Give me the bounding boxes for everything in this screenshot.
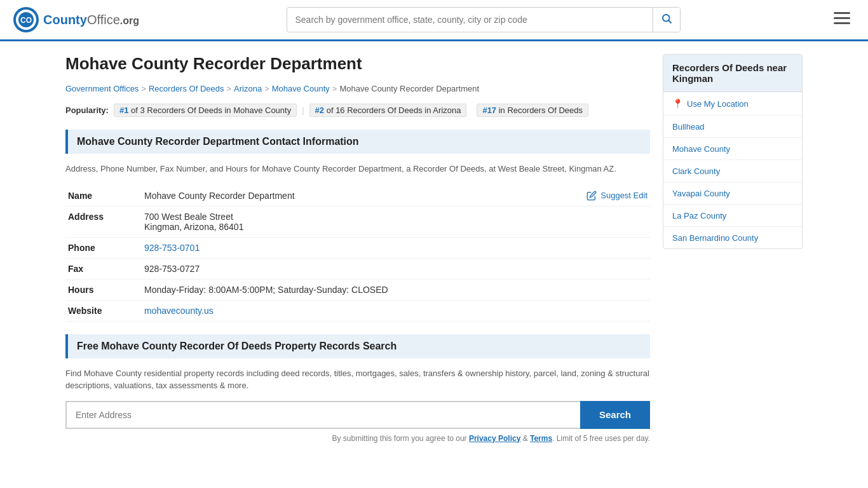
sidebar: Recorders Of Deeds near Kingman 📍 Use My…: [663, 54, 803, 443]
svg-rect-8: [834, 22, 850, 24]
website-label: Website: [65, 300, 142, 321]
breadcrumb-current: Mohave County Recorder Department: [339, 84, 479, 93]
sidebar-link-clark-county[interactable]: Clark County: [672, 166, 720, 176]
contact-description: Address, Phone Number, Fax Number, and H…: [65, 163, 650, 175]
property-search-header: Free Mohave County Recorder Of Deeds Pro…: [65, 334, 650, 358]
header-search-input[interactable]: [287, 10, 653, 30]
svg-text:CO: CO: [20, 16, 32, 25]
contact-section: Mohave County Recorder Department Contac…: [65, 130, 650, 322]
sidebar-link-bullhead[interactable]: Bullhead: [672, 122, 705, 132]
list-item: Bullhead: [663, 116, 802, 138]
breadcrumb-sep-3: >: [264, 84, 269, 93]
svg-rect-7: [834, 17, 850, 19]
fax-label: Fax: [65, 258, 142, 279]
logo-icon: CO: [13, 6, 39, 33]
hours-label: Hours: [65, 279, 142, 300]
property-search-description: Find Mohave County residential property …: [65, 367, 650, 392]
address-label: Address: [65, 206, 142, 237]
pop-rank-1: #1 of 3 Recorders Of Deeds in Mohave Cou…: [114, 104, 297, 117]
list-item: Yavapai County: [663, 182, 802, 205]
pop-rank-2: #2 of 16 Recorders Of Deeds in Arizona: [309, 104, 467, 117]
address-value: 700 West Beale Street Kingman, Arizona, …: [142, 206, 650, 237]
suggest-edit-link[interactable]: Suggest Edit: [587, 191, 648, 201]
terms-link[interactable]: Terms: [530, 434, 552, 443]
table-row: Address 700 West Beale Street Kingman, A…: [65, 206, 650, 237]
svg-line-5: [669, 20, 672, 23]
logo-text: CountyOffice.org: [43, 13, 139, 27]
list-item: La Paz County: [663, 205, 802, 227]
property-address-input[interactable]: [65, 401, 580, 429]
table-row: Website mohavecounty.us: [65, 300, 650, 321]
sidebar-use-location[interactable]: 📍 Use My Location: [663, 92, 802, 116]
contact-info-table: Name Mohave County Recorder Department S…: [65, 186, 650, 322]
fax-value: 928-753-0727: [142, 258, 650, 279]
svg-rect-6: [834, 12, 850, 14]
property-search-disclaimer: By submitting this form you agree to our…: [65, 434, 650, 443]
contact-section-header: Mohave County Recorder Department Contac…: [65, 130, 650, 154]
popularity-section: Popularity: #1 of 3 Recorders Of Deeds i…: [65, 104, 650, 117]
privacy-policy-link[interactable]: Privacy Policy: [469, 434, 520, 443]
property-search-section: Free Mohave County Recorder Of Deeds Pro…: [65, 334, 650, 443]
list-item: Clark County: [663, 160, 802, 182]
table-row: Fax 928-753-0727: [65, 258, 650, 279]
sidebar-title: Recorders Of Deeds near Kingman: [663, 55, 802, 92]
header-search-bar: [287, 7, 681, 32]
website-link[interactable]: mohavecounty.us: [144, 306, 214, 316]
breadcrumb-link-3[interactable]: Arizona: [234, 84, 262, 93]
location-pin-icon: 📍: [672, 98, 683, 109]
name-value: Mohave County Recorder Department Sugges…: [142, 186, 650, 207]
use-my-location-link[interactable]: Use My Location: [687, 99, 749, 109]
sidebar-link-yavapai-county[interactable]: Yavapai County: [672, 189, 730, 198]
breadcrumb-link-2[interactable]: Recorders Of Deeds: [149, 84, 224, 93]
phone-label: Phone: [65, 237, 142, 258]
table-row: Name Mohave County Recorder Department S…: [65, 186, 650, 207]
header-search-button[interactable]: [653, 8, 680, 32]
popularity-label: Popularity:: [65, 105, 109, 115]
svg-point-4: [663, 15, 670, 22]
breadcrumb-sep-1: >: [141, 84, 146, 93]
sidebar-box: Recorders Of Deeds near Kingman 📍 Use My…: [663, 54, 803, 249]
breadcrumb-link-1[interactable]: Government Offices: [65, 84, 139, 93]
sidebar-link-la-paz-county[interactable]: La Paz County: [672, 211, 726, 220]
sidebar-link-san-bernardino-county[interactable]: San Bernardino County: [672, 233, 758, 243]
logo: CO CountyOffice.org: [13, 6, 139, 33]
table-row: Phone 928-753-0701: [65, 237, 650, 258]
breadcrumb-sep-2: >: [226, 84, 231, 93]
website-value: mohavecounty.us: [142, 300, 650, 321]
pop-rank-3: #17 in Recorders Of Deeds: [477, 104, 588, 117]
phone-link[interactable]: 928-753-0701: [144, 243, 200, 253]
property-search-button[interactable]: Search: [580, 401, 650, 429]
list-item: Mohave County: [663, 138, 802, 160]
table-row: Hours Monday-Friday: 8:00AM-5:00PM; Satu…: [65, 279, 650, 300]
breadcrumb-link-4[interactable]: Mohave County: [272, 84, 330, 93]
property-search-form: Search: [65, 401, 650, 429]
phone-value: 928-753-0701: [142, 237, 650, 258]
hours-value: Monday-Friday: 8:00AM-5:00PM; Saturday-S…: [142, 279, 650, 300]
page-title: Mohave County Recorder Department: [65, 54, 650, 74]
name-label: Name: [65, 186, 142, 207]
suggest-edit-label: Suggest Edit: [600, 191, 648, 200]
sidebar-link-mohave-county[interactable]: Mohave County: [672, 144, 730, 154]
breadcrumb: Government Offices > Recorders Of Deeds …: [65, 84, 650, 93]
breadcrumb-sep-4: >: [332, 84, 337, 93]
hamburger-menu-button[interactable]: [829, 8, 855, 31]
list-item: San Bernardino County: [663, 227, 802, 248]
